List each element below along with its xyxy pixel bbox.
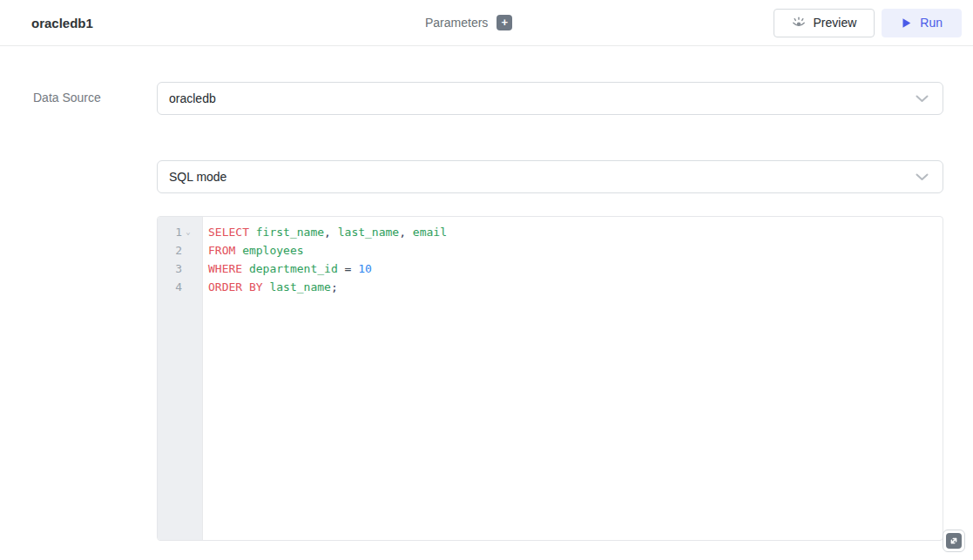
code-line[interactable]: ORDER BY last_name; <box>208 278 943 296</box>
preview-button-label: Preview <box>814 16 857 30</box>
data-source-label: Data Source <box>33 91 101 105</box>
run-button[interactable]: Run <box>882 9 962 37</box>
parameters-label: Parameters <box>425 16 488 30</box>
editor-fullscreen-button[interactable] <box>943 530 965 552</box>
eye-icon <box>792 17 806 30</box>
chevron-down-icon <box>183 241 193 260</box>
query-editor-page: Data Source oracledb SQL mode 1⌄234 SELE… <box>0 46 973 560</box>
chevron-down-icon <box>183 278 193 296</box>
chevron-down-icon <box>916 173 929 181</box>
query-mode-select[interactable]: SQL mode <box>157 160 943 193</box>
line-number[interactable]: 4 <box>158 278 202 296</box>
query-header: oracledb1 Parameters + Preview Run <box>0 0 973 46</box>
plus-icon: + <box>502 16 509 30</box>
query-title: oracledb1 <box>31 16 93 30</box>
line-number[interactable]: 1⌄ <box>158 223 202 241</box>
add-parameter-button[interactable]: + <box>497 15 512 30</box>
expand-icon <box>946 533 962 549</box>
header-actions: Preview Run <box>774 9 962 37</box>
preview-button[interactable]: Preview <box>774 9 875 37</box>
line-number-gutter: 1⌄234 <box>158 217 203 540</box>
play-icon <box>901 17 912 29</box>
code-line[interactable]: SELECT first_name, last_name, email <box>208 223 943 241</box>
line-number[interactable]: 3 <box>158 260 202 278</box>
query-mode-value: SQL mode <box>169 170 916 184</box>
code-line[interactable]: WHERE department_id = 10 <box>208 260 943 278</box>
sql-code-editor[interactable]: 1⌄234 SELECT first_name, last_name, emai… <box>157 216 943 541</box>
parameters-section: Parameters + <box>425 0 512 45</box>
code-area[interactable]: SELECT first_name, last_name, emailFROM … <box>203 217 943 540</box>
run-button-label: Run <box>920 16 943 30</box>
chevron-down-icon <box>916 95 929 103</box>
code-line[interactable]: FROM employees <box>208 241 943 260</box>
line-number[interactable]: 2 <box>158 241 202 260</box>
data-source-select[interactable]: oracledb <box>157 82 943 115</box>
chevron-down-icon[interactable]: ⌄ <box>183 223 193 241</box>
data-source-value: oracledb <box>169 91 916 105</box>
chevron-down-icon <box>183 260 193 278</box>
